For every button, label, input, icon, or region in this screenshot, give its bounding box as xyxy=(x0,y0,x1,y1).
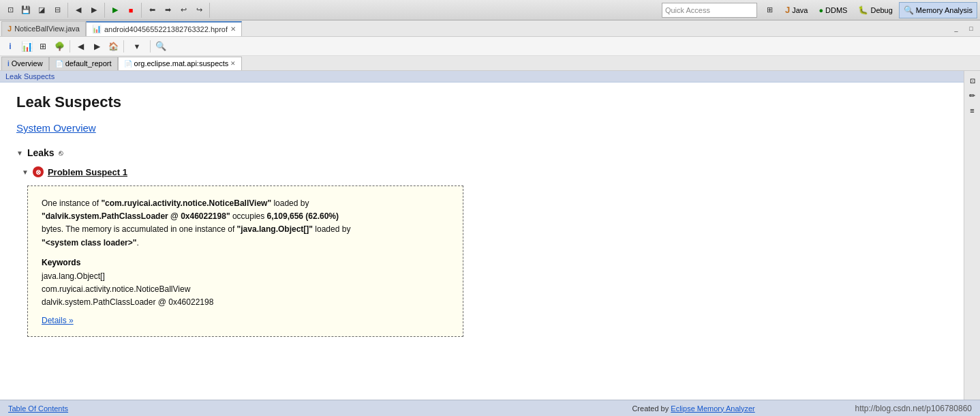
page-title: Leak Suspects xyxy=(16,93,947,111)
quick-access-box[interactable]: Quick Access xyxy=(662,3,757,18)
top-toolbar: ⊡ 💾 ◪ ⊟ ◀ ▶ ▶ ■ ⬅ ➡ ↩ ↪ Quick Access ⊞ J… xyxy=(0,0,980,20)
keywords-title: Keywords xyxy=(42,258,449,267)
java-class: "java.lang.Object[]" xyxy=(237,224,313,234)
table-btn[interactable]: ⊞ xyxy=(35,39,50,54)
footer-bar: Table Of Contents Created by Eclipse Mem… xyxy=(0,400,980,416)
file-toolbar-group: ⊡ 💾 ◪ ⊟ xyxy=(3,3,68,18)
footer-right: Created by Eclipse Memory Analyzer http:… xyxy=(632,404,972,413)
search-btn[interactable]: 🔍 xyxy=(153,39,168,54)
bar-chart-btn[interactable]: 📊 xyxy=(19,39,34,54)
perspective-buttons: ⊞ J Java ● DDMS 🐛 Debug 🔍 Memory Analysi… xyxy=(761,2,977,18)
tree-btn[interactable]: 🌳 xyxy=(52,39,67,54)
toc-link[interactable]: Table Of Contents xyxy=(8,404,68,413)
more-toolbar-group: ⬅ ➡ ↩ ↪ xyxy=(144,3,210,18)
watermark-url: http://blog.csdn.net/p106780860 xyxy=(855,404,972,413)
memory-label: Memory Analysis xyxy=(916,6,973,14)
suspect-box: One instance of "com.ruyicai.activity.no… xyxy=(27,185,463,337)
keyword-3: dalvik.system.PathClassLoader @ 0x460221… xyxy=(42,296,449,309)
sidebar-btn-3[interactable]: ≡ xyxy=(966,104,979,117)
toolbar-btn-4[interactable]: ⊟ xyxy=(50,3,65,18)
sidebar-btn-1[interactable]: ⊡ xyxy=(966,74,979,87)
info-icon: i xyxy=(7,60,10,68)
suspect-description: One instance of "com.ruyicai.activity.no… xyxy=(42,197,449,250)
size-value: 6,109,656 (62.60%) xyxy=(267,211,339,221)
run-btn[interactable]: ▶ xyxy=(108,3,123,18)
inner-tab-overview[interactable]: i Overview xyxy=(1,57,49,70)
editor-tab-notice[interactable]: J NoticeBallView.java xyxy=(1,21,86,36)
debug-icon: 🐛 xyxy=(858,5,868,15)
hprof-tab-close[interactable]: ✕ xyxy=(230,25,236,33)
nav-toolbar-group: ◀ ▶ xyxy=(71,3,105,18)
toolbar-btn-3[interactable]: ◪ xyxy=(34,3,49,18)
loader-name: "dalvik.system.PathClassLoader @ 0x46022… xyxy=(42,211,230,221)
class-name: "com.ruyicai.activity.notice.NoticeBallV… xyxy=(101,198,271,208)
fwd-btn[interactable]: ▶ xyxy=(87,3,102,18)
problem-collapse-arrow[interactable]: ▼ xyxy=(22,168,29,176)
details-link[interactable]: Details » xyxy=(42,316,74,325)
keywords-section: Keywords java.lang.Object[] com.ruyicai.… xyxy=(42,258,449,310)
perspective-java[interactable]: J Java xyxy=(780,2,812,18)
redo-btn[interactable]: ↪ xyxy=(192,3,206,18)
maximize-editor-btn[interactable]: □ xyxy=(964,21,979,36)
run-toolbar-group: ▶ ■ xyxy=(108,3,142,18)
back2-btn[interactable]: ⬅ xyxy=(144,3,159,18)
problem-header: ▼ ⊗ Problem Suspect 1 xyxy=(16,166,947,177)
toolbar-btn-2[interactable]: 💾 xyxy=(18,3,33,18)
leaks-section-header: ▼ Leaks ⎋ xyxy=(16,147,947,158)
ddms-label: DDMS xyxy=(825,6,847,14)
fwd2-btn[interactable]: ➡ xyxy=(160,3,175,18)
debug-label: Debug xyxy=(870,6,892,14)
breadcrumb-link[interactable]: Leak Suspects xyxy=(5,72,55,80)
new-btn[interactable]: ⊡ xyxy=(3,3,18,18)
footer-url xyxy=(757,404,853,413)
perspective-toggle-btn[interactable]: ⊞ xyxy=(761,3,779,18)
java-label: Java xyxy=(792,6,808,14)
undo-btn[interactable]: ↩ xyxy=(176,3,191,18)
notice-tab-label: NoticeBallView.java xyxy=(14,25,80,33)
back-btn[interactable]: ◀ xyxy=(71,3,86,18)
secondary-toolbar: i 📊 ⊞ 🌳 ◀ ▶ 🏠 ▼ 🔍 xyxy=(0,37,980,56)
editor-tab-hprof[interactable]: 📊 android4045655221382763322.hprof ✕ xyxy=(86,21,242,36)
problem-title: Problem Suspect 1 xyxy=(48,167,127,177)
divider2 xyxy=(123,40,124,53)
divider3 xyxy=(150,40,151,53)
hprof-tab-label: android4045655221382763322.hprof xyxy=(104,25,228,33)
leaks-collapse-arrow[interactable]: ▼ xyxy=(16,149,23,157)
minimize-editor-btn[interactable]: _ xyxy=(949,21,964,36)
nav-fwd-btn[interactable]: ▶ xyxy=(89,39,104,54)
right-sidebar: ⊡ ✏ ≡ xyxy=(964,71,980,400)
analyzer-link[interactable]: Eclipse Memory Analyzer xyxy=(671,404,755,413)
breadcrumb-bar: Leak Suspects xyxy=(0,71,964,83)
sidebar-btn-2[interactable]: ✏ xyxy=(966,89,979,102)
created-by-text: Created by xyxy=(632,404,671,413)
inner-tab-default-report[interactable]: 📄 default_report xyxy=(49,57,118,70)
editor-tabs-bar: J NoticeBallView.java 📊 android404565522… xyxy=(0,20,980,37)
main-content: Leak Suspects Leak Suspects System Overv… xyxy=(0,71,964,400)
report-icon: 📄 xyxy=(55,60,63,68)
dropdown-btn[interactable]: ▼ xyxy=(127,39,147,54)
perspective-ddms[interactable]: ● DDMS xyxy=(814,2,852,18)
perspective-debug[interactable]: 🐛 Debug xyxy=(853,2,897,18)
memory-icon: 🔍 xyxy=(904,5,914,15)
divider1 xyxy=(70,40,70,53)
system-overview-link[interactable]: System Overview xyxy=(16,122,96,134)
leaks-icon: ⎋ xyxy=(59,149,63,157)
nav-back-btn[interactable]: ◀ xyxy=(73,39,88,54)
suspects-tab-close[interactable]: ✕ xyxy=(230,60,236,67)
leaks-section-title: Leaks xyxy=(27,147,55,158)
java-icon: J xyxy=(785,5,790,15)
default-report-label: default_report xyxy=(65,59,112,68)
error-icon: ⊗ xyxy=(33,166,44,177)
quick-access-text: Quick Access xyxy=(665,6,710,14)
hprof-icon: 📊 xyxy=(92,25,102,33)
content-area: Leak Suspects Leak Suspects System Overv… xyxy=(0,71,980,400)
inner-tab-suspects[interactable]: 📄 org.eclipse.mat.api:suspects ✕ xyxy=(118,57,243,70)
info-btn[interactable]: i xyxy=(3,39,18,54)
overview-label: Overview xyxy=(12,59,43,68)
suspects-icon: 📄 xyxy=(124,60,132,68)
stop-btn[interactable]: ■ xyxy=(123,3,138,18)
home-btn[interactable]: 🏠 xyxy=(106,39,121,54)
system-loader: "<system class loader>" xyxy=(42,238,136,248)
perspective-memory[interactable]: 🔍 Memory Analysis xyxy=(899,2,977,18)
java-file-icon: J xyxy=(7,25,12,33)
